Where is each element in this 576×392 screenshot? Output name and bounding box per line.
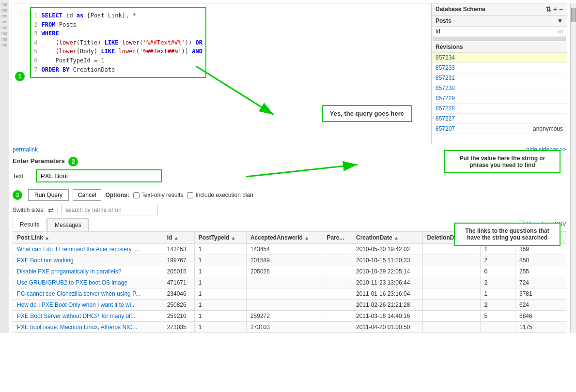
sort-acceptedanswerid[interactable]: ▲ xyxy=(304,235,309,241)
col-id[interactable]: Id ▲ xyxy=(163,232,194,244)
col-creationdate[interactable]: CreationDate ▲ xyxy=(352,232,422,244)
post-link[interactable]: How do I PXE Boot Only when I want it to… xyxy=(17,302,136,308)
cell-id: 205015 xyxy=(163,266,194,277)
cell-post-link[interactable]: Disable PXE progamatically in parallels? xyxy=(13,266,163,277)
cell-posttypeid: 1 xyxy=(194,255,246,266)
sort-icon[interactable]: ⇅ xyxy=(545,5,551,13)
vertical-scrollbar[interactable] xyxy=(570,3,576,333)
posts-id-label: Id xyxy=(436,28,440,35)
cell-creationdate: 2011-04-20 01:00:50 xyxy=(352,322,422,333)
post-link[interactable]: PC cannot see Clonezilla server when usi… xyxy=(17,290,140,297)
cell-post-link[interactable]: PC cannot see Clonezilla server when usi… xyxy=(13,288,163,300)
cell-score: 2 xyxy=(480,300,515,311)
cancel-button[interactable]: Cancel xyxy=(73,189,101,201)
post-link[interactable]: Use GRUB/GRUB2 to PXE boot OS image xyxy=(17,279,127,286)
text-only-option[interactable]: Text-only results xyxy=(133,192,184,198)
tab-results[interactable]: Results xyxy=(13,218,47,231)
tab-messages[interactable]: Messages xyxy=(47,218,89,231)
cell-pare xyxy=(323,288,352,300)
revision-link[interactable]: 857234 xyxy=(436,54,455,61)
include-plan-checkbox[interactable] xyxy=(187,192,193,198)
cell-post-link[interactable]: Use GRUB/GRUB2 to PXE boot OS image xyxy=(13,277,163,288)
cell-pare xyxy=(323,244,352,255)
revision-link[interactable]: 857231 xyxy=(436,75,455,81)
revision-link[interactable]: 857228 xyxy=(436,105,455,112)
sort-id[interactable]: ▲ xyxy=(174,235,179,241)
revision-link[interactable]: 857230 xyxy=(436,85,455,91)
post-link[interactable]: PXE boot issue: Macrium Linux, Atheros N… xyxy=(17,324,137,331)
revision-row[interactable]: 857233 xyxy=(432,63,567,73)
run-query-button[interactable]: Run Query xyxy=(28,189,69,201)
switch-sites-row: Switch sites: ⇄ | xyxy=(9,203,570,217)
post-link[interactable]: What can I do if I removed the Acer reco… xyxy=(17,246,138,253)
query-editor: 1 1234567 SELECT id as [Post Link], * FR… xyxy=(12,3,431,144)
col-acceptedanswerid[interactable]: AcceptedAnswerId ▲ xyxy=(246,232,323,244)
cell-score: 1 xyxy=(480,288,515,300)
revision-row[interactable]: 857229 xyxy=(432,93,567,104)
table-row: PXE Boot not working 199767 1 201589 201… xyxy=(13,255,566,266)
posts-section-title[interactable]: Posts ▼ xyxy=(432,15,567,27)
cell-viewcount: 1175 xyxy=(515,322,566,333)
revision-row-anonymous[interactable]: 857207 anonymous xyxy=(432,124,567,134)
sql-line3: WHERE xyxy=(42,30,59,37)
sidebar-title: Database Schema xyxy=(436,6,485,13)
sidebar-actions[interactable]: ⇅ + − xyxy=(545,5,563,13)
cell-post-link[interactable]: PXE Boot not working xyxy=(13,255,163,266)
options-label: Options: xyxy=(105,192,129,198)
cell-post-link[interactable]: How do I PXE Boot Only when I want it to… xyxy=(13,300,163,311)
cell-creationdate: 2010-10-29 22:05:14 xyxy=(352,266,422,277)
cell-score xyxy=(480,322,515,333)
sidebar-header: Database Schema ⇅ + − xyxy=(432,3,567,15)
cell-pare xyxy=(323,311,352,322)
cell-post-link[interactable]: What can I do if I removed the Acer reco… xyxy=(13,244,163,255)
revision-link[interactable]: 857207 xyxy=(436,125,455,132)
post-link[interactable]: PXE Boot not working xyxy=(17,257,74,264)
cell-viewcount: 624 xyxy=(515,300,566,311)
param-text-input[interactable] xyxy=(36,169,162,182)
permalink-link[interactable]: permalink xyxy=(13,146,38,153)
col-pare[interactable]: Pare... xyxy=(323,232,352,244)
cell-acceptedanswerid: 205026 xyxy=(246,266,323,277)
cell-post-link[interactable]: PXE Boot Server without DHCP, for many d… xyxy=(13,311,163,322)
post-link[interactable]: Disable PXE progamatically in parallels? xyxy=(17,268,121,275)
sort-creationdate[interactable]: ▲ xyxy=(394,235,399,241)
query-code-box[interactable]: 1234567 SELECT id as [Post Link], * FROM… xyxy=(30,7,206,78)
cell-id: 273035 xyxy=(163,322,194,333)
cell-deletiondate xyxy=(423,255,480,266)
cell-deletiondate xyxy=(423,288,480,300)
sort-posttypeid[interactable]: ▲ xyxy=(231,235,236,241)
revision-user: anonymous xyxy=(533,125,563,132)
text-only-checkbox[interactable] xyxy=(133,192,140,198)
revision-row[interactable]: 857231 xyxy=(432,73,567,83)
revision-link[interactable]: 857229 xyxy=(436,95,455,102)
sql-line7: ORDER BY CreationDate xyxy=(42,66,115,73)
cell-pare xyxy=(323,322,352,333)
revision-row[interactable]: 857234 xyxy=(432,53,567,63)
cell-creationdate: 2010-05-20 19:42:02 xyxy=(352,244,422,255)
cell-creationdate: 2010-10-15 11:20:33 xyxy=(352,255,422,266)
revision-row[interactable]: 857227 xyxy=(432,114,567,124)
cell-deletiondate xyxy=(423,277,480,288)
col-post-link[interactable]: Post Link ▲ xyxy=(13,232,163,244)
cell-score: 2 xyxy=(480,277,515,288)
revision-row[interactable]: 857230 xyxy=(432,83,567,93)
posts-id-row: Id int xyxy=(432,27,567,37)
cell-post-link[interactable]: PXE boot issue: Macrium Linux, Atheros N… xyxy=(13,322,163,333)
cell-viewcount: 724 xyxy=(515,277,566,288)
revision-link[interactable]: 857227 xyxy=(436,115,455,122)
cell-viewcount: 850 xyxy=(515,255,566,266)
post-link[interactable]: PXE Boot Server without DHCP, for many d… xyxy=(17,313,137,319)
minus-icon[interactable]: − xyxy=(559,5,563,13)
sort-post-link[interactable]: ▲ xyxy=(45,235,49,241)
switch-sites-icon[interactable]: ⇄ xyxy=(48,206,54,214)
revisions-section-title[interactable]: Revisions xyxy=(432,42,567,53)
posts-chevron: ▼ xyxy=(557,17,563,24)
include-plan-option[interactable]: Include execution plan xyxy=(187,192,253,198)
col-posttypeid[interactable]: PostTypeId ▲ xyxy=(194,232,246,244)
add-icon[interactable]: + xyxy=(553,5,557,13)
revision-row[interactable]: 857228 xyxy=(432,104,567,114)
switch-sites-label: Switch sites: xyxy=(13,207,45,213)
revision-link[interactable]: 857233 xyxy=(436,64,455,71)
search-sites-input[interactable] xyxy=(61,205,158,215)
results-callout: The links to the questions that have the… xyxy=(454,223,560,246)
